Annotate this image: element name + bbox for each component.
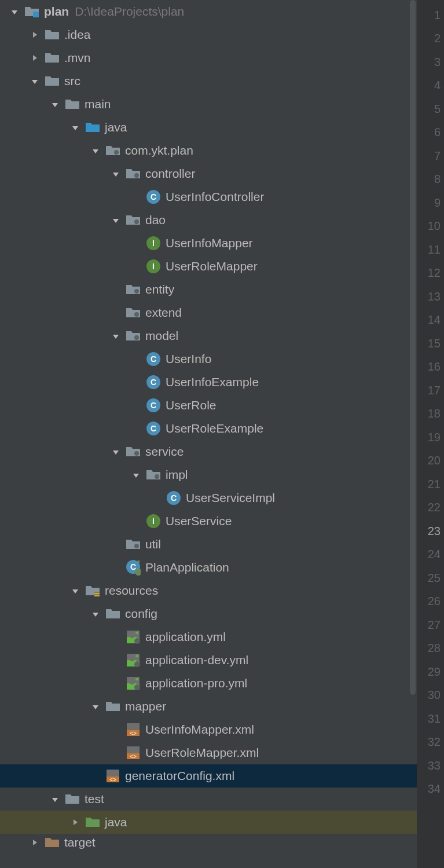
tree-node-main[interactable]: main	[0, 93, 417, 116]
node-label: application-pro.yml	[145, 676, 247, 690]
chevron-down-icon[interactable]	[49, 793, 61, 805]
tree-node-target[interactable]: target	[0, 834, 417, 851]
node-label: PlanApplication	[145, 561, 229, 574]
chevron-down-icon[interactable]	[109, 167, 122, 180]
tree-node-idea[interactable]: .idea	[0, 23, 417, 46]
line-number: 30	[417, 684, 444, 708]
chevron-down-icon[interactable]	[89, 144, 102, 157]
xml-icon	[126, 722, 141, 737]
tree-node-util[interactable]: util	[0, 533, 417, 556]
line-number: 20	[417, 449, 444, 473]
tree-node-extend[interactable]: extend	[0, 301, 417, 324]
tree-node-userrole[interactable]: UserRole	[0, 394, 417, 417]
tree-node-mapper[interactable]: mapper	[0, 695, 417, 718]
chevron-down-icon[interactable]	[130, 468, 142, 481]
node-label: .mvn	[64, 51, 91, 65]
tree-node-appdevyml[interactable]: application-dev.yml	[0, 649, 417, 672]
tree-node-dao[interactable]: dao	[0, 208, 417, 232]
chevron-down-icon[interactable]	[28, 75, 41, 87]
chevron-down-icon[interactable]	[8, 5, 21, 18]
chevron-down-icon[interactable]	[69, 584, 82, 597]
tree-node-config[interactable]: config	[0, 602, 417, 625]
node-label: service	[145, 445, 184, 459]
line-number: 19	[417, 426, 444, 449]
line-number: 33	[417, 754, 444, 778]
folder-icon	[105, 606, 120, 621]
node-label: UserRoleMapper.xml	[145, 746, 259, 760]
tree-node-userservice[interactable]: UserService	[0, 510, 417, 533]
chevron-down-icon[interactable]	[109, 214, 122, 226]
chevron-down-icon[interactable]	[109, 329, 122, 342]
arrow-spacer	[109, 538, 122, 551]
test-folder-icon	[85, 815, 100, 830]
tree-node-src[interactable]: src	[0, 69, 417, 93]
package-icon	[126, 166, 141, 181]
package-icon	[126, 213, 141, 228]
tree-node-service[interactable]: service	[0, 440, 417, 463]
tree-node-planapplication[interactable]: PlanApplication	[0, 556, 417, 579]
scrollbar[interactable]	[410, 0, 416, 695]
tree-node-controller[interactable]: controller	[0, 162, 417, 185]
tree-node-mvn[interactable]: .mvn	[0, 46, 417, 69]
tree-node-pkg[interactable]: com.ykt.plan	[0, 139, 417, 162]
node-label: util	[145, 537, 161, 551]
tree-node-root[interactable]: plan D:\IdeaProjects\plan	[0, 0, 417, 23]
project-tree-panel[interactable]: plan D:\IdeaProjects\plan .idea .mvn src…	[0, 0, 417, 868]
node-label: test	[85, 792, 104, 806]
folder-icon	[45, 27, 60, 42]
tree-node-userinfoexample[interactable]: UserInfoExample	[0, 371, 417, 394]
arrow-spacer	[150, 492, 163, 504]
package-icon	[146, 467, 161, 482]
line-number: 2	[417, 27, 444, 51]
tree-node-generatorconfig[interactable]: generatorConfig.xml	[0, 764, 417, 788]
tree-node-userrolemapperxml[interactable]: UserRoleMapper.xml	[0, 741, 417, 764]
tree-node-entity[interactable]: entity	[0, 278, 417, 301]
line-number: 23	[417, 519, 444, 543]
folder-icon	[105, 699, 120, 714]
arrow-spacer	[130, 399, 142, 412]
class-icon	[146, 351, 161, 367]
tree-node-java[interactable]: java	[0, 116, 417, 139]
tree-node-userrolemapper[interactable]: UserRoleMapper	[0, 255, 417, 278]
tree-node-appyml[interactable]: application.yml	[0, 625, 417, 649]
line-number: 29	[417, 660, 444, 684]
tree-node-userroleexample[interactable]: UserRoleExample	[0, 417, 417, 440]
node-label: UserRole	[166, 398, 217, 412]
node-label: java	[105, 120, 127, 134]
tree-node-testjava[interactable]: java	[0, 811, 417, 834]
tree-node-userserviceimpl[interactable]: UserServiceImpl	[0, 486, 417, 510]
tree-node-userinfo[interactable]: UserInfo	[0, 347, 417, 371]
tree-node-impl[interactable]: impl	[0, 463, 417, 486]
chevron-right-icon[interactable]	[28, 52, 41, 64]
arrow-spacer	[109, 283, 122, 296]
yml-icon	[126, 629, 141, 644]
tree-node-userinfocontroller[interactable]: UserInfoController	[0, 185, 417, 208]
tree-node-test[interactable]: test	[0, 788, 417, 811]
tree-node-resources[interactable]: resources	[0, 579, 417, 602]
node-label: model	[145, 329, 178, 343]
chevron-down-icon[interactable]	[89, 700, 102, 713]
chevron-down-icon[interactable]	[69, 121, 82, 134]
line-number: 21	[417, 473, 444, 496]
arrow-spacer	[130, 515, 142, 528]
line-number: 22	[417, 496, 444, 520]
arrow-spacer	[130, 191, 142, 203]
chevron-down-icon[interactable]	[109, 445, 122, 458]
chevron-right-icon[interactable]	[28, 836, 41, 849]
node-label: src	[64, 74, 80, 88]
node-label: mapper	[125, 699, 166, 713]
node-label: UserInfoMapper.xml	[145, 723, 254, 737]
tree-node-userinfomapperxml[interactable]: UserInfoMapper.xml	[0, 718, 417, 741]
tree-node-model[interactable]: model	[0, 324, 417, 347]
tree-node-appproyml[interactable]: application-pro.yml	[0, 672, 417, 695]
node-label: java	[105, 815, 127, 829]
chevron-down-icon[interactable]	[89, 607, 102, 620]
tree-node-userinfomapper[interactable]: UserInfoMapper	[0, 232, 417, 255]
interface-icon	[146, 236, 161, 251]
chevron-right-icon[interactable]	[69, 816, 82, 829]
folder-icon	[65, 792, 80, 807]
package-icon	[126, 537, 141, 552]
chevron-right-icon[interactable]	[28, 28, 41, 41]
chevron-down-icon[interactable]	[49, 98, 61, 111]
node-label: application.yml	[145, 630, 226, 644]
